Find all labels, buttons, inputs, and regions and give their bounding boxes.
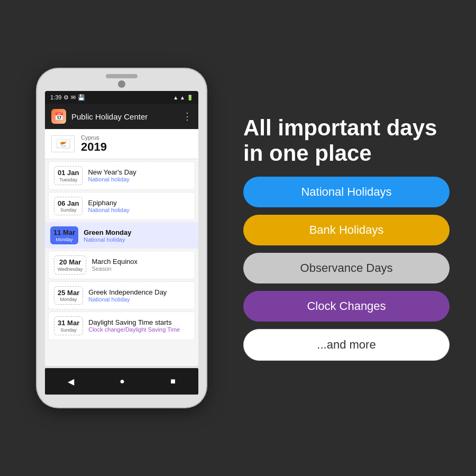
badge-clock-changes[interactable]: Clock Changes (243, 291, 450, 322)
country-header: 🇨🇾 Cyprus 2019 (45, 129, 198, 159)
status-bar: 1:39 ⚙ ✉ 💾 ▲ ▲ 🔋 (45, 91, 198, 104)
holiday-item-newyear[interactable]: 01 Jan Tuesday New Year's Day National h… (48, 161, 195, 190)
holiday-item-dst[interactable]: 31 Mar Sunday Daylight Saving Time start… (48, 312, 195, 340)
right-panel: All important days in one place National… (227, 105, 460, 372)
holiday-details-marchequinox: March Equinox Season (91, 258, 138, 272)
holiday-item-independence[interactable]: 25 Mar Monday Greek Independence Day Nat… (48, 281, 195, 310)
status-time: 1:39 (50, 94, 61, 100)
holiday-details-dst: Daylight Saving Time starts Clock change… (88, 318, 180, 333)
nav-bar: ◀ ● ■ (45, 368, 198, 395)
date-box-dst: 31 Mar Sunday (54, 316, 83, 335)
date-box-marchequinox: 20 Mar Wednesday (54, 255, 86, 274)
holiday-type: National holiday (88, 176, 136, 182)
app-bar: 📅 Public Holiday Center ⋮ (45, 104, 198, 129)
app-icon: 📅 (51, 109, 66, 124)
day-name: Monday (60, 297, 77, 302)
date-num: 11 Mar (53, 228, 75, 237)
badge-observance-days[interactable]: Observance Days (243, 253, 450, 283)
holiday-details-independence: Greek Independence Day National holiday (88, 288, 167, 303)
nav-home-button[interactable]: ● (120, 377, 125, 386)
status-storage-icon: 💾 (78, 94, 85, 101)
date-num: 01 Jan (58, 169, 79, 177)
holiday-list[interactable]: 01 Jan Tuesday New Year's Day National h… (45, 159, 198, 366)
nav-back-button[interactable]: ◀ (68, 377, 74, 387)
date-num: 31 Mar (58, 319, 79, 327)
holiday-name: March Equinox (91, 258, 138, 266)
phone-screen: 1:39 ⚙ ✉ 💾 ▲ ▲ 🔋 📅 Public Holiday Center (45, 91, 198, 366)
holiday-type: Season (91, 266, 138, 272)
holiday-name: Greek Independence Day (88, 288, 167, 296)
holiday-item-epiphany[interactable]: 06 Jan Sunday Epiphany National holiday (48, 192, 195, 221)
date-box-independence: 25 Mar Monday (54, 286, 83, 305)
holiday-item-marchequinox[interactable]: 20 Mar Wednesday March Equinox Season (48, 251, 195, 279)
phone-camera (118, 80, 125, 88)
badge-observance-days-label: Observance Days (300, 261, 393, 275)
phone-device: 1:39 ⚙ ✉ 💾 ▲ ▲ 🔋 📅 Public Holiday Center (37, 69, 206, 407)
badge-clock-changes-label: Clock Changes (307, 299, 386, 313)
day-name: Wednesday (58, 267, 83, 272)
badge-national-holidays[interactable]: National Holidays (243, 177, 450, 207)
holiday-name: Daylight Saving Time starts (88, 318, 180, 326)
hero-title: All important days in one place (243, 115, 450, 167)
wifi-icon: ▲ (180, 95, 185, 100)
holiday-type: National holiday (88, 296, 167, 303)
app-title: Public Holiday Center (71, 112, 177, 121)
badge-and-more[interactable]: ...and more (243, 329, 450, 361)
holiday-name: Green Monday (84, 228, 131, 236)
day-name: Sunday (60, 207, 77, 213)
nav-recent-button[interactable]: ■ (170, 377, 176, 386)
holiday-details-greenmonday: Green Monday National holiday (84, 228, 131, 243)
date-box-newyear: 01 Jan Tuesday (54, 166, 83, 185)
day-name: Tuesday (59, 177, 77, 182)
date-num: 20 Mar (59, 258, 81, 267)
badge-bank-holidays-label: Bank Holidays (309, 223, 384, 237)
holiday-details-epiphany: Epiphany National holiday (88, 199, 129, 213)
date-box-epiphany: 06 Jan Sunday (54, 197, 83, 216)
day-name: Monday (56, 237, 73, 242)
holiday-item-greenmonday[interactable]: 11 Mar Monday Green Monday National holi… (45, 222, 198, 249)
holiday-type: National holiday (84, 236, 131, 243)
status-gear-icon: ⚙ (63, 94, 69, 101)
date-num: 06 Jan (58, 199, 79, 208)
holiday-name: Epiphany (88, 199, 129, 207)
country-flag: 🇨🇾 (51, 135, 75, 152)
country-year: 2019 (81, 141, 107, 153)
holiday-name: New Year's Day (88, 168, 136, 176)
signal-icon: ▲ (173, 95, 178, 100)
holiday-type: Clock change/Daylight Saving Time (88, 326, 180, 333)
status-right: ▲ ▲ 🔋 (173, 95, 193, 100)
date-num: 25 Mar (58, 289, 79, 297)
status-message-icon: ✉ (71, 94, 76, 101)
badge-national-holidays-label: National Holidays (301, 185, 391, 199)
holiday-details-newyear: New Year's Day National holiday (88, 168, 136, 182)
badge-and-more-label: ...and more (317, 338, 376, 352)
holiday-type: National holiday (88, 207, 129, 213)
overflow-menu-icon[interactable]: ⋮ (182, 111, 192, 122)
country-info: Cyprus 2019 (81, 134, 107, 153)
badge-list: National Holidays Bank Holidays Observan… (243, 177, 450, 361)
app-container: 1:39 ⚙ ✉ 💾 ▲ ▲ 🔋 📅 Public Holiday Center (0, 0, 476, 476)
status-left: 1:39 ⚙ ✉ 💾 (50, 94, 85, 101)
battery-icon: 🔋 (187, 95, 193, 100)
date-box-greenmonday: 11 Mar Monday (50, 226, 78, 244)
day-name: Sunday (60, 327, 77, 333)
badge-bank-holidays[interactable]: Bank Holidays (243, 215, 450, 245)
phone-speaker (106, 74, 138, 78)
phone-wrapper: 1:39 ⚙ ✉ 💾 ▲ ▲ 🔋 📅 Public Holiday Center (16, 69, 227, 407)
